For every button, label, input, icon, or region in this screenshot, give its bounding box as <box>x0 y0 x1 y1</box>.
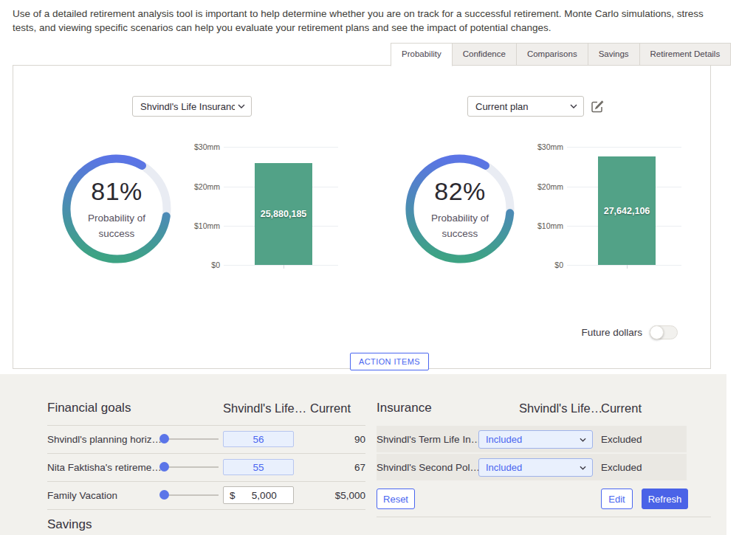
y-tick: $30mm <box>190 142 220 151</box>
divider <box>47 481 365 482</box>
bar-value-label: 25,880,185 <box>261 209 307 219</box>
goal-slider[interactable] <box>159 434 219 443</box>
financial-goals-plan-column: Shvindl's Life… <box>223 401 306 415</box>
goal-value-input[interactable] <box>223 459 294 475</box>
financial-goals-title: Financial goals <box>47 401 131 415</box>
tab-confidence[interactable]: Confidence <box>453 43 517 66</box>
insurance-status-select[interactable]: Included <box>478 430 593 449</box>
chevron-down-icon <box>580 438 586 442</box>
slider-handle[interactable] <box>159 434 169 443</box>
donut-left-center: 81% Probability of success <box>75 167 159 251</box>
divider <box>47 425 365 426</box>
y-tick: $20mm <box>534 182 563 191</box>
goal-slider[interactable] <box>159 490 219 500</box>
probability-panel: Shvindl's Life Insurance P Current plan <box>13 65 711 369</box>
insurance-title: Insurance <box>377 401 432 415</box>
y-tick: $10mm <box>190 221 220 230</box>
future-dollars-label: Future dollars <box>581 327 642 338</box>
slider-handle[interactable] <box>159 462 169 472</box>
toggle-knob <box>650 325 664 339</box>
intro-text: Use of a detailed retirement analysis to… <box>13 7 710 35</box>
edit-plan-icon[interactable] <box>590 99 605 114</box>
divider <box>377 517 711 517</box>
goal-amount-input[interactable]: $ 5,000 <box>223 486 294 504</box>
probability-caption-right: Probability of success <box>431 210 489 241</box>
action-items-button[interactable]: ACTION ITEMS <box>350 353 429 370</box>
insurance-current-column: Current <box>601 401 642 415</box>
tab-probability[interactable]: Probability <box>391 43 453 66</box>
goal-slider[interactable] <box>159 462 219 472</box>
plan-assets-bar: 25,880,185 <box>255 163 312 265</box>
financial-goals-current-column: Current <box>310 401 351 415</box>
chevron-down-icon <box>570 104 577 108</box>
refresh-button[interactable]: Refresh <box>642 489 688 509</box>
current-assets-bar: 27,642,106 <box>598 156 656 265</box>
retirement-analysis-page: Use of a detailed retirement analysis to… <box>0 0 756 535</box>
bar-value-label: 27,642,106 <box>604 206 650 216</box>
future-dollars-row: Future dollars <box>581 325 678 339</box>
goal-current-value: 67 <box>310 462 365 473</box>
insurance-row-label: Shvindl's Second Pol… <box>377 462 480 473</box>
tab-comparisons[interactable]: Comparisons <box>517 43 588 66</box>
tab-savings[interactable]: Savings <box>588 43 640 66</box>
insurance-status-select[interactable]: Included <box>478 458 593 477</box>
plan-select-left[interactable]: Shvindl's Life Insurance P <box>132 96 252 117</box>
plan-select-right[interactable]: Current plan <box>467 96 584 117</box>
plan-select-right-value: Current plan <box>475 101 567 112</box>
goal-value-input[interactable] <box>223 431 294 447</box>
donut-chart-right: 82% Probability of success <box>405 153 515 264</box>
y-tick: $0 <box>190 260 220 269</box>
y-tick: $20mm <box>190 182 220 191</box>
goal-row-label: Shvindl's planning horiz… <box>47 434 162 445</box>
donut-right-center: 82% Probability of success <box>418 167 502 251</box>
insurance-row-label: Shvindl's Term Life In… <box>377 434 481 445</box>
divider <box>47 509 365 510</box>
y-tick: $10mm <box>534 221 563 230</box>
chevron-down-icon <box>238 104 245 108</box>
goal-current-value: 90 <box>310 434 365 445</box>
future-dollars-toggle[interactable] <box>650 325 678 339</box>
insurance-plan-column: Shvindl's Life… <box>519 401 602 415</box>
goal-row-label: Family Vacation <box>47 490 117 501</box>
reset-button[interactable]: Reset <box>377 489 415 509</box>
probability-caption-left: Probability of success <box>88 210 145 241</box>
bar-chart-left: $30mm $20mm $10mm $0 25,880,185 <box>190 147 338 277</box>
currency-prefix: $ <box>224 490 236 501</box>
goal-row-label: Nita Faktisha's retireme… <box>47 462 162 473</box>
probability-value-right: 82% <box>434 177 486 206</box>
chevron-down-icon <box>580 466 586 470</box>
plan-select-left-value: Shvindl's Life Insurance P <box>140 101 235 112</box>
tab-bar: Probability Confidence Comparisons Savin… <box>391 43 731 66</box>
slider-handle[interactable] <box>159 490 169 500</box>
probability-value-left: 81% <box>91 177 142 206</box>
donut-chart-left: 81% Probability of success <box>61 153 172 264</box>
goal-current-value: $5,000 <box>310 490 365 501</box>
x-axis-tick <box>284 265 284 269</box>
tab-retirement-details[interactable]: Retirement Details <box>640 43 732 66</box>
y-tick: $0 <box>534 260 563 269</box>
bar-chart-right: $30mm $20mm $10mm $0 27,642,106 <box>534 147 681 277</box>
insurance-current-value: Excluded <box>601 434 642 445</box>
savings-title: Savings <box>47 517 92 532</box>
y-tick: $30mm <box>534 142 563 151</box>
x-axis-tick <box>627 265 628 269</box>
insurance-current-value: Excluded <box>601 462 642 473</box>
edit-button[interactable]: Edit <box>601 489 633 509</box>
divider <box>47 453 365 454</box>
